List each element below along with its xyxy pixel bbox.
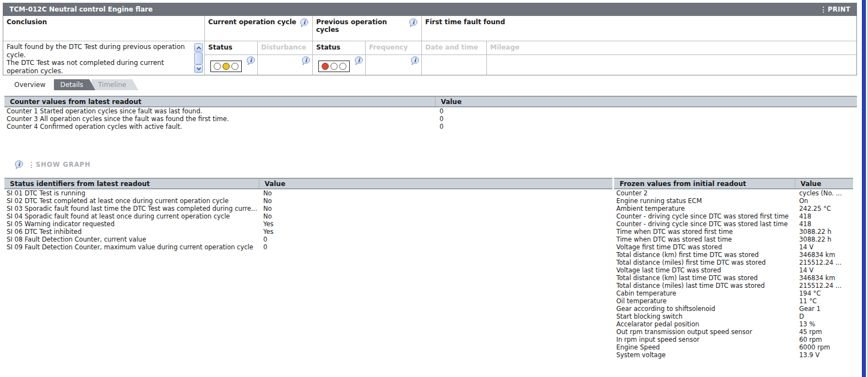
table-row[interactable]: Counter - driving cycle since DTC was st…: [614, 212, 853, 220]
show-graph-button[interactable]: SHOW GRAPH: [31, 161, 91, 168]
table-row[interactable]: Counter 2cycles (No. ...: [614, 189, 853, 197]
conclusion-header: Conclusion: [3, 16, 205, 41]
cell-label: SI 06 DTC Test inhibited: [4, 228, 259, 236]
table-row[interactable]: SI 08 Fault Detection Counter, current v…: [4, 236, 612, 243]
light-bulb: [231, 63, 238, 70]
cell-label: Total distance (km) first time DTC was s…: [614, 251, 795, 259]
counter-table-title: Counter values from latest readout: [4, 96, 435, 107]
cell-value: cycles (No. ...: [795, 189, 853, 197]
cell-label: Oil temperature: [614, 297, 795, 305]
scroll-down-button[interactable]: [194, 64, 203, 73]
scroll-up-button[interactable]: [194, 43, 203, 52]
info-icon[interactable]: i: [301, 56, 311, 65]
tab-bar: Overview Details Timeline: [8, 79, 857, 90]
cell-value: 13 %: [795, 320, 853, 328]
table-row[interactable]: Voltage first time DTC was stored14 V: [614, 243, 853, 251]
cell-label: Counter 4 Confirmed operation cycles wit…: [4, 123, 435, 130]
current-disturbance-header: Disturbance: [258, 41, 313, 55]
table-row[interactable]: Voltage last time DTC was stored14 V: [614, 266, 853, 274]
cell-value: 346834 km: [795, 251, 853, 259]
table-row[interactable]: Out rpm transmission output speed sensor…: [614, 328, 853, 336]
cell-value: 45 rpm: [795, 328, 853, 336]
cell-label: Engine Speed: [614, 343, 795, 351]
table-header-row: Frozen values from initial readout Value: [614, 178, 853, 189]
table-row[interactable]: Counter - driving cycle since DTC was st…: [614, 220, 853, 228]
table-row[interactable]: Start blocking switchD: [614, 313, 853, 320]
cell-label: Voltage last time DTC was stored: [614, 266, 795, 274]
previous-frequency-header: Frequency: [366, 41, 422, 55]
fault-summary-panel: Conclusion Current operation cycle i Pre…: [3, 16, 857, 75]
table-row[interactable]: Accelarator pedal position13 %: [614, 320, 853, 328]
table-row[interactable]: Counter 4 Confirmed operation cycles wit…: [4, 123, 857, 130]
cell-label: SI 02 DTC Test completed at least once d…: [4, 197, 259, 205]
table-row[interactable]: SI 01 DTC Test is runningNo: [4, 189, 612, 197]
frozen-table-title: Frozen values from initial readout: [614, 178, 795, 189]
status-light-previous: [318, 61, 350, 72]
table-row[interactable]: Counter 3 All operation cycles since the…: [4, 115, 857, 123]
cell-value: 418: [795, 212, 853, 220]
status-identifiers-table: Status identifiers from latest readout V…: [4, 178, 612, 251]
table-row[interactable]: Engine running status ECMOn: [614, 197, 853, 205]
table-row[interactable]: Total distance (km) last time DTC was st…: [614, 274, 853, 282]
cell-value: Yes: [259, 228, 612, 236]
current-status-cell: i: [205, 55, 258, 75]
table-row[interactable]: Total distance (miles) first time DTC wa…: [614, 259, 853, 266]
status-table-value-header: Value: [259, 178, 612, 189]
cell-label: Cabin temperature: [614, 289, 795, 297]
info-icon[interactable]: i: [246, 56, 256, 65]
status-light-current: [210, 61, 242, 72]
conclusion-scrollbar[interactable]: [194, 43, 203, 73]
info-icon[interactable]: i: [409, 18, 418, 28]
info-icon[interactable]: i: [300, 18, 309, 28]
light-bulb: [330, 63, 338, 70]
table-row[interactable]: Time when DTC was stored first time3088.…: [614, 228, 853, 236]
scroll-thumb[interactable]: [194, 52, 203, 64]
cell-value: 0: [259, 243, 612, 251]
table-row[interactable]: SI 05 Warning indicator requestedYes: [4, 220, 612, 228]
cell-value: No: [259, 197, 612, 205]
table-row[interactable]: Gear according to shiftsolenoidGear 1: [614, 305, 853, 313]
previous-operation-cycles-header: Previous operation cycles i: [313, 16, 422, 41]
table-row[interactable]: Total distance (km) first time DTC was s…: [614, 251, 853, 259]
cell-value: 0: [435, 107, 857, 115]
current-disturbance-cell: i: [258, 55, 313, 75]
table-row[interactable]: System voltage13.9 V: [614, 351, 853, 359]
frozen-values-table: Frozen values from initial readout Value…: [614, 178, 853, 359]
cell-label: Accelarator pedal position: [614, 320, 795, 328]
table-row[interactable]: SI 02 DTC Test completed at least once d…: [4, 197, 612, 205]
table-row[interactable]: Oil temperature11 °C: [614, 297, 853, 305]
cell-label: Counter 1 Started operation cycles since…: [4, 107, 435, 115]
status-table-title: Status identifiers from latest readout: [4, 178, 259, 189]
table-row[interactable]: In rpm input speed sensor60 rpm: [614, 336, 853, 343]
table-row[interactable]: Total distance (miles) last time DTC was…: [614, 282, 853, 289]
table-row[interactable]: SI 04 Sporadic fault found at least once…: [4, 212, 612, 220]
table-header-row: Status identifiers from latest readout V…: [4, 178, 612, 189]
cell-value: 215512.24 ...: [795, 282, 853, 289]
tab-label: Details: [61, 81, 84, 89]
tab-label: Overview: [14, 81, 46, 89]
table-row[interactable]: SI 09 Fault Detection Counter, maximum v…: [4, 243, 612, 251]
info-icon[interactable]: i: [354, 56, 364, 65]
info-icon[interactable]: i: [14, 160, 24, 170]
current-status-header: Status: [205, 41, 258, 55]
info-icon[interactable]: i: [410, 56, 420, 65]
window-border: [862, 0, 866, 377]
table-row[interactable]: SI 03 Sporadic fault found last time the…: [4, 205, 612, 212]
print-button[interactable]: PRINT: [823, 6, 850, 13]
tab-timeline[interactable]: Timeline: [91, 79, 138, 90]
show-graph-label: SHOW GRAPH: [36, 161, 91, 168]
table-row[interactable]: Engine Speed6000 rpm: [614, 343, 853, 351]
previous-status-cell: i: [313, 55, 366, 75]
mileage-header: Mileage: [487, 41, 856, 55]
tab-overview[interactable]: Overview: [8, 79, 58, 90]
tab-details[interactable]: Details: [54, 79, 96, 90]
table-row[interactable]: Counter 1 Started operation cycles since…: [4, 107, 857, 115]
table-row[interactable]: Time when DTC was stored last time3088.2…: [614, 236, 853, 243]
table-row[interactable]: Ambient temperature242.25 °C: [614, 205, 853, 212]
light-bulb: [322, 63, 329, 70]
conclusion-line: Fault found by the DTC Test during previ…: [7, 43, 192, 59]
table-row[interactable]: SI 06 DTC Test inhibitedYes: [4, 228, 612, 236]
cell-label: Time when DTC was stored last time: [614, 236, 795, 243]
table-row[interactable]: Cabin temperature194 °C: [614, 289, 853, 297]
cell-label: SI 01 DTC Test is running: [4, 189, 259, 197]
